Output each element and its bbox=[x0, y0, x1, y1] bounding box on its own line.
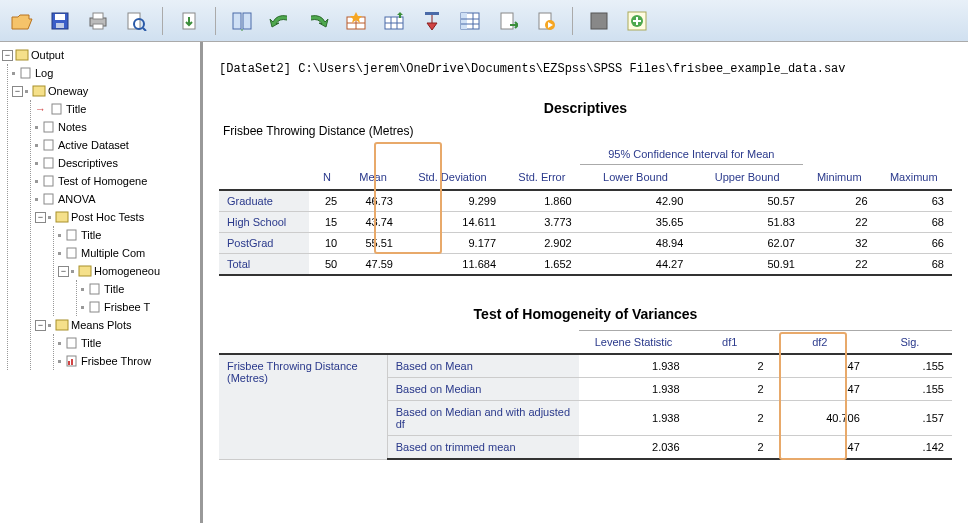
descriptives-title: Descriptives bbox=[219, 100, 952, 116]
tree-label: Frisbee Throw bbox=[81, 352, 151, 370]
tree-label: Title bbox=[66, 100, 86, 118]
svg-rect-37 bbox=[33, 86, 45, 96]
grid-up-icon[interactable] bbox=[378, 5, 410, 37]
dataset-path: [DataSet2] C:\Users\jerem\OneDrive\Docum… bbox=[219, 62, 952, 76]
svg-rect-30 bbox=[591, 13, 607, 29]
pivot-icon[interactable] bbox=[226, 5, 258, 37]
collapse-icon[interactable]: − bbox=[35, 212, 46, 223]
col-min: Minimum bbox=[803, 165, 876, 191]
page-arrow-icon[interactable] bbox=[492, 5, 524, 37]
tree-test-homogeneity[interactable]: Test of Homogene bbox=[35, 172, 198, 190]
svg-rect-44 bbox=[56, 212, 68, 222]
tree-frisbee-throw[interactable]: Frisbee Throw bbox=[58, 352, 198, 370]
svg-rect-54 bbox=[71, 359, 73, 365]
tree-notes[interactable]: Notes bbox=[35, 118, 198, 136]
col-mean: Mean bbox=[345, 165, 401, 191]
col-df1: df1 bbox=[688, 331, 772, 355]
svg-rect-1 bbox=[55, 14, 65, 20]
svg-rect-48 bbox=[90, 284, 99, 294]
table-row[interactable]: Graduate2546.739.2991.86042.9050.572663 bbox=[219, 190, 952, 212]
levene-table[interactable]: Levene Statistic df1 df2 Sig. Frisbee Th… bbox=[219, 330, 952, 460]
output-viewer: [DataSet2] C:\Users\jerem\OneDrive\Docum… bbox=[203, 42, 968, 523]
sel-cols-icon[interactable] bbox=[454, 5, 486, 37]
svg-rect-40 bbox=[44, 140, 53, 150]
tree-multiple-comp[interactable]: Multiple Com bbox=[58, 244, 198, 262]
tree-label: Means Plots bbox=[71, 316, 132, 334]
svg-rect-22 bbox=[461, 13, 467, 29]
tree-homogeneous[interactable]: −Homogeneou bbox=[58, 262, 198, 280]
tree-anova[interactable]: ANOVA bbox=[35, 190, 198, 208]
tree-output[interactable]: − Output bbox=[2, 46, 198, 64]
table-row[interactable]: PostGrad1055.519.1772.90248.9462.073266 bbox=[219, 233, 952, 254]
collapse-icon[interactable]: − bbox=[2, 50, 13, 61]
svg-rect-46 bbox=[67, 248, 76, 258]
undo-icon[interactable] bbox=[264, 5, 296, 37]
collapse-icon[interactable]: − bbox=[12, 86, 23, 97]
tree-means-plots[interactable]: −Means Plots bbox=[35, 316, 198, 334]
export-icon[interactable] bbox=[173, 5, 205, 37]
tree-title[interactable]: →Title bbox=[35, 100, 198, 118]
levene-title: Test of Homogeneity of Variances bbox=[219, 306, 952, 322]
svg-rect-42 bbox=[44, 176, 53, 186]
tree-label: Output bbox=[31, 46, 64, 64]
tree-label: Title bbox=[81, 334, 101, 352]
tree-descriptives[interactable]: Descriptives bbox=[35, 154, 198, 172]
col-df2: df2 bbox=[772, 331, 868, 355]
svg-rect-11 bbox=[243, 13, 251, 29]
tree-posthoc[interactable]: −Post Hoc Tests bbox=[35, 208, 198, 226]
tree-label: Homogeneou bbox=[94, 262, 160, 280]
tree-posthoc-title[interactable]: Title bbox=[58, 226, 198, 244]
plus-green-icon[interactable] bbox=[621, 5, 653, 37]
svg-rect-53 bbox=[68, 361, 70, 365]
table-row[interactable]: High School1543.7414.6113.77335.6551.832… bbox=[219, 212, 952, 233]
svg-rect-20 bbox=[425, 12, 439, 15]
table-row[interactable]: Frisbee Throwing Distance (Metres)Based … bbox=[219, 354, 952, 378]
block-icon[interactable] bbox=[583, 5, 615, 37]
tree-label: Active Dataset bbox=[58, 136, 129, 154]
tree-label: Oneway bbox=[48, 82, 88, 100]
tree-label: Multiple Com bbox=[81, 244, 145, 262]
svg-rect-49 bbox=[90, 302, 99, 312]
redo-icon[interactable] bbox=[302, 5, 334, 37]
svg-rect-35 bbox=[16, 50, 28, 60]
dl-arrow-icon[interactable] bbox=[416, 5, 448, 37]
tree-means-title[interactable]: Title bbox=[58, 334, 198, 352]
open-icon[interactable] bbox=[6, 5, 38, 37]
tree-label: Notes bbox=[58, 118, 87, 136]
svg-rect-50 bbox=[56, 320, 68, 330]
tree-label: Descriptives bbox=[58, 154, 118, 172]
tree-label: Post Hoc Tests bbox=[71, 208, 144, 226]
toolbar bbox=[0, 0, 968, 42]
col-ub: Upper Bound bbox=[691, 165, 803, 191]
preview-icon[interactable] bbox=[120, 5, 152, 37]
svg-line-8 bbox=[143, 28, 146, 31]
col-max: Maximum bbox=[876, 165, 952, 191]
tree-label: Test of Homogene bbox=[58, 172, 147, 190]
print-icon[interactable] bbox=[82, 5, 114, 37]
save-icon[interactable] bbox=[44, 5, 76, 37]
descriptives-table[interactable]: 95% Confidence Interval for Mean N Mean … bbox=[219, 144, 952, 276]
play-doc-icon[interactable] bbox=[530, 5, 562, 37]
svg-rect-41 bbox=[44, 158, 53, 168]
tree-label: Title bbox=[104, 280, 124, 298]
collapse-icon[interactable]: − bbox=[58, 266, 69, 277]
col-sig: Sig. bbox=[868, 331, 952, 355]
svg-rect-45 bbox=[67, 230, 76, 240]
col-sd: Std. Deviation bbox=[401, 165, 504, 191]
tree-oneway[interactable]: − Oneway bbox=[12, 82, 198, 100]
tree-homog-title[interactable]: Title bbox=[81, 280, 198, 298]
svg-rect-47 bbox=[79, 266, 91, 276]
star-table-icon[interactable] bbox=[340, 5, 372, 37]
collapse-icon[interactable]: − bbox=[35, 320, 46, 331]
tree-log[interactable]: Log bbox=[12, 64, 198, 82]
col-n: N bbox=[309, 165, 345, 191]
svg-rect-36 bbox=[21, 68, 30, 78]
tree-label: Title bbox=[81, 226, 101, 244]
svg-rect-5 bbox=[93, 24, 103, 29]
tree-active-dataset[interactable]: Active Dataset bbox=[35, 136, 198, 154]
col-levene-stat: Levene Statistic bbox=[579, 331, 687, 355]
tree-frisbee-t[interactable]: Frisbee T bbox=[81, 298, 198, 316]
table-row[interactable]: Total5047.5911.6841.65244.2750.912268 bbox=[219, 254, 952, 276]
svg-rect-39 bbox=[44, 122, 53, 132]
svg-rect-2 bbox=[56, 23, 64, 28]
